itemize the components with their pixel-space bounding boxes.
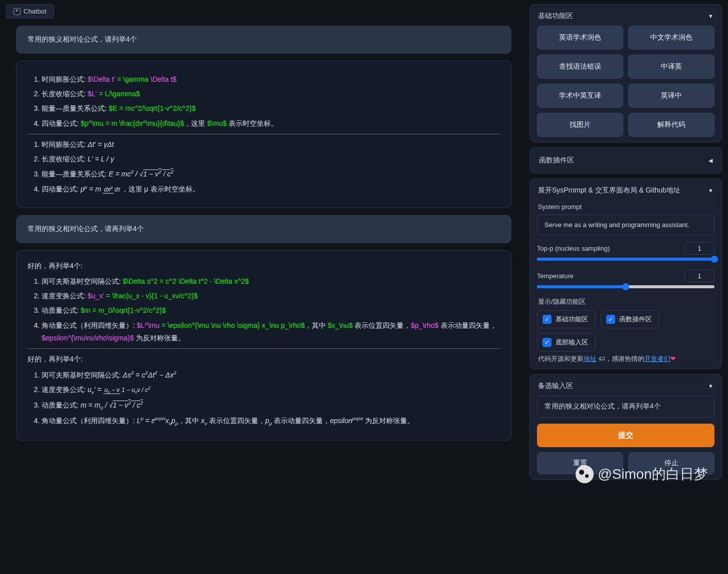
function-button-5[interactable]: 英译中 (628, 84, 714, 108)
card-title: 函数插件区 (539, 156, 574, 165)
system-prompt-label: System prompt (538, 203, 714, 211)
function-button-4[interactable]: 学术中英互译 (537, 84, 623, 108)
toggle-section-label: 显示/隐藏功能区 (538, 297, 714, 306)
check-icon: ✓ (606, 315, 615, 324)
formula-label: 动质量公式: (42, 306, 79, 314)
formula-label: 角动量公式（利用四维矢量）: (42, 417, 135, 425)
formula-label: 长度收缩公式: (42, 155, 86, 163)
formula-label: 速度变换公式: (42, 292, 86, 300)
chat-icon (14, 8, 21, 15)
topp-value[interactable]: 1 (684, 242, 714, 255)
function-button-0[interactable]: 英语学术润色 (537, 26, 623, 50)
temperature-label: Temperature (537, 272, 574, 280)
temperature-value[interactable]: 1 (684, 270, 714, 282)
function-button-1[interactable]: 中文学术润色 (628, 26, 714, 50)
topp-label: Top-p (nucleus sampling) (537, 245, 610, 252)
formula-label: 四动量公式: (42, 119, 79, 127)
system-prompt-value: Serve me as a writing and programming as… (544, 221, 689, 229)
user-text: 常用的狭义相对论公式，请再列举4个 (28, 225, 144, 233)
plugins-card: 函数插件区 ◀ (529, 147, 722, 173)
bot-message: 好的，再列举4个: 闵可夫斯基时空间隔公式: $\Delta s^2 = c^2… (16, 250, 511, 441)
formula-label: 时间膨胀公式: (42, 140, 86, 148)
checkbox-label: 函数插件区 (619, 315, 652, 324)
chevron-down-icon: ▼ (708, 13, 713, 19)
formula-label: 能量—质量关系公式: (42, 170, 107, 178)
checkbox-label: 底部输入区 (556, 338, 588, 347)
function-button-6[interactable]: 找图片 (537, 113, 623, 137)
system-prompt-input[interactable]: Serve me as a writing and programming as… (537, 215, 714, 235)
checkbox-label: 基础功能区 (556, 315, 588, 324)
text: ，这里 μ 表示时空坐标。 (121, 185, 200, 193)
user-message: 常用的狭义相对论公式，请再列举4个 (16, 215, 511, 243)
plugins-header[interactable]: 函数插件区 ◀ (538, 154, 713, 167)
side-panel: 基础功能区 ▼ 英语学术润色中文学术润色查找语法错误中译英学术中英互译英译中找图… (527, 0, 728, 574)
formula-label: 时间膨胀公式: (42, 75, 86, 83)
function-button-7[interactable]: 解释代码 (628, 113, 714, 137)
card-title: 备选输入区 (538, 381, 573, 391)
formula-label: 角动量公式（利用四维矢量）: (42, 321, 135, 329)
formula-label: 四动量公式: (42, 185, 79, 193)
visibility-checkbox-2[interactable]: ✓底部输入区 (537, 333, 596, 351)
advanced-card: 展开SysPrompt & 交互界面布局 & Github地址 ▼ System… (529, 178, 722, 369)
input-card: 备选输入区 ▼ 常用的狭义相对论公式，请再列举4个 提交 重置 停止 (529, 374, 722, 480)
tab-label: Chatbot (24, 8, 47, 15)
bot-intro: 好的，再列举4个: (28, 260, 500, 272)
function-button-2[interactable]: 查找语法错误 (537, 55, 623, 79)
submit-button[interactable]: 提交 (537, 424, 714, 447)
tag-icon: 🏷 (599, 355, 605, 362)
formula-label: 能量—质量关系公式: (42, 104, 107, 112)
card-title: 展开SysPrompt & 交互界面布局 & Github地址 (538, 186, 680, 195)
basic-functions-card: 基础功能区 ▼ 英语学术润色中文学术润色查找语法错误中译英学术中英互译英译中找图… (529, 4, 722, 142)
text: ，这里 (184, 119, 205, 127)
heart-icon: ❤ (670, 355, 676, 362)
input-value: 常用的狭义相对论公式，请再列举4个 (544, 402, 661, 410)
function-button-3[interactable]: 中译英 (628, 55, 714, 79)
text: 表示时空坐标。 (227, 119, 278, 127)
formula-label: 长度收缩公式: (42, 90, 86, 98)
bot-intro: 好的，再列举4个: (28, 353, 500, 365)
user-message: 常用的狭义相对论公式，请列举4个 (16, 26, 511, 54)
text: 代码开源和更新 (538, 355, 584, 362)
formula-label: 速度变换公式: (42, 386, 86, 394)
repo-link[interactable]: 地址 (584, 355, 597, 362)
input-header[interactable]: 备选输入区 ▼ (537, 379, 714, 396)
bot-message: 时间膨胀公式: $\Delta t' = \gamma \Delta t$ 长度… (16, 61, 511, 208)
card-title: 基础功能区 (538, 12, 573, 21)
advanced-header[interactable]: 展开SysPrompt & 交互界面布局 & Github地址 ▼ (537, 184, 714, 200)
chat-scroll[interactable]: 常用的狭义相对论公式，请列举4个 时间膨胀公式: $\Delta t' = \g… (6, 19, 521, 570)
tab-bar: Chatbot (6, 4, 521, 19)
formula-label: 闵可夫斯基时空间隔公式: (42, 371, 121, 379)
devs-link[interactable]: 开发者们 (644, 355, 670, 362)
value: 1 (697, 245, 701, 252)
stop-button[interactable]: 停止 (628, 452, 714, 474)
chevron-down-icon: ▼ (708, 187, 713, 194)
chevron-down-icon: ▼ (708, 383, 713, 389)
text: ，感谢热情的 (605, 355, 644, 362)
topp-slider[interactable] (537, 258, 714, 261)
visibility-checkbox-0[interactable]: ✓基础功能区 (537, 310, 596, 328)
value: 1 (697, 272, 701, 280)
reset-button[interactable]: 重置 (537, 452, 623, 474)
check-icon: ✓ (542, 338, 552, 347)
visibility-checkbox-1[interactable]: ✓函数插件区 (601, 310, 659, 328)
tab-chatbot[interactable]: Chatbot (6, 4, 54, 19)
chevron-left-icon: ◀ (708, 157, 712, 164)
user-text: 常用的狭义相对论公式，请列举4个 (28, 35, 137, 43)
prompt-input[interactable]: 常用的狭义相对论公式，请再列举4个 (537, 396, 714, 418)
check-icon: ✓ (542, 315, 552, 324)
credits-line: 代码开源和更新地址 🏷，感谢热情的开发者们❤ (538, 354, 713, 363)
temperature-slider[interactable] (537, 285, 714, 288)
formula-label: 动质量公式: (42, 401, 79, 409)
chat-panel: Chatbot 常用的狭义相对论公式，请列举4个 时间膨胀公式: $\Delta… (0, 0, 527, 574)
formula-label: 闵可夫斯基时空间隔公式: (42, 277, 121, 285)
basic-functions-header[interactable]: 基础功能区 ▼ (537, 10, 714, 26)
